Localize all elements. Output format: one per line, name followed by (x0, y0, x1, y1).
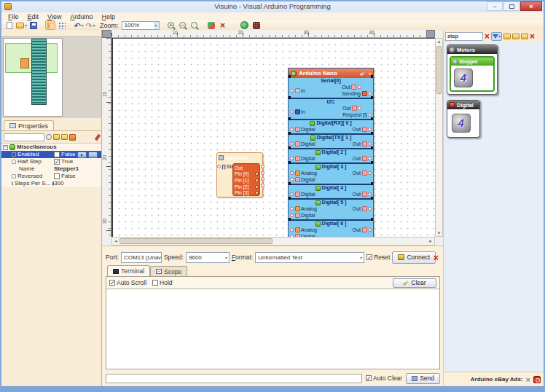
tab-properties[interactable]: Properties (4, 120, 54, 130)
pin-connector-icon[interactable] (290, 178, 294, 181)
tab-terminal[interactable]: Terminal (107, 265, 150, 276)
close-toolbox-icon[interactable]: × (530, 33, 535, 40)
record-icon[interactable] (533, 376, 541, 383)
arduino-component[interactable]: Arduino Nano ▿ Serial[0]InOutSendingI2CI… (288, 68, 374, 237)
arduino-header[interactable]: Arduino Nano ▿ (289, 68, 373, 78)
filter-button[interactable]: ▾ (491, 32, 502, 41)
toolbox-item[interactable]: 4 (449, 111, 478, 136)
pin-connector-icon[interactable] (290, 128, 294, 131)
vscroll-thumb[interactable] (436, 46, 442, 94)
arduino-pin[interactable]: Digital (290, 126, 315, 133)
category-view-icon[interactable] (503, 34, 511, 39)
overview-navigator[interactable] (1, 36, 101, 118)
arduino-pin[interactable]: Sending (342, 90, 372, 97)
pin-icon[interactable] (95, 133, 101, 141)
arduino-pin[interactable]: Out (342, 84, 372, 90)
grid-toggle-button[interactable] (57, 20, 67, 30)
arduino-pin[interactable]: Out (353, 141, 372, 147)
arduino-pin[interactable]: Digital (290, 212, 317, 219)
send-button[interactable]: Send (406, 373, 440, 384)
pin-connector-icon[interactable] (368, 192, 372, 196)
auto-scroll-checkbox[interactable]: ✓Auto Scroll (109, 279, 146, 286)
save-button[interactable] (28, 20, 39, 30)
scissors-icon[interactable]: × (526, 376, 530, 383)
pin-connector-icon[interactable] (290, 89, 294, 93)
arduino-pin[interactable]: Digital (290, 191, 315, 197)
format-select[interactable]: Unformatted Text▾ (255, 252, 364, 263)
toolbox-category-header[interactable]: Digital (447, 101, 479, 109)
property-row-enabled[interactable]: EnabledFalse▾… (1, 151, 101, 158)
checkbox-icon[interactable]: ✓ (54, 159, 60, 165)
pin-connector-icon[interactable] (368, 113, 372, 117)
send-input[interactable] (106, 374, 362, 383)
zoom-select[interactable]: 100%▾ (122, 21, 160, 30)
zoom-reset-button[interactable] (189, 20, 200, 30)
arduino-pin[interactable]: Out (342, 105, 372, 111)
expand-categories-icon[interactable] (512, 34, 519, 39)
hscroll-thumb[interactable] (119, 238, 272, 244)
arduino-pin[interactable]: Analog (290, 227, 317, 233)
pin-connector-icon[interactable] (290, 110, 294, 114)
maximize-button[interactable] (503, 1, 519, 11)
collapse-all-icon[interactable] (61, 134, 68, 140)
arduino-pin[interactable]: Out (353, 155, 372, 162)
connect-button[interactable]: Connect (392, 251, 436, 264)
arduino-pin[interactable]: Out (353, 170, 372, 176)
toolbox-item-stepper[interactable]: Stepper4 (450, 56, 495, 92)
property-ellipsis-button[interactable]: … (88, 152, 98, 158)
checkbox-icon[interactable] (54, 173, 60, 179)
properties-search-input[interactable] (4, 133, 44, 141)
menu-item-view[interactable]: View (44, 13, 65, 20)
stepper-pin-row[interactable]: Pin [2] (235, 184, 259, 190)
expand-all-icon[interactable] (53, 134, 60, 140)
pin-connector-icon[interactable] (290, 207, 294, 211)
property-row-half-step[interactable]: Half Step✓True (1, 158, 101, 165)
categorize-icon[interactable] (69, 134, 76, 141)
pin-connector-icon[interactable] (261, 177, 264, 181)
delete-button[interactable]: × (218, 20, 228, 30)
arduino-pin[interactable]: Analog (290, 205, 317, 212)
tab-scope[interactable]: ~Scope (150, 266, 187, 276)
scroll-left-icon[interactable]: ◄ (114, 239, 118, 243)
arduino-pin[interactable]: In (290, 87, 305, 94)
menu-item-file[interactable]: File (4, 13, 23, 20)
pin-connector-icon[interactable] (261, 171, 264, 175)
auto-clear-checkbox[interactable]: ✓Auto Clear (366, 375, 402, 382)
clear-button[interactable]: Clear (393, 278, 436, 288)
arduino-pin[interactable]: Digital (290, 155, 315, 162)
arduino-pin[interactable]: Out (353, 205, 372, 212)
pin-connector-icon[interactable] (358, 106, 361, 110)
arduino-pin[interactable]: In (290, 109, 305, 115)
pin-connector-icon[interactable] (290, 157, 294, 160)
scroll-down-icon[interactable]: ▼ (436, 231, 442, 235)
snap-toggle-button[interactable] (45, 20, 55, 30)
component-search-input[interactable] (445, 32, 483, 41)
pin-connector-icon[interactable] (368, 207, 372, 211)
pin-connector-icon[interactable] (368, 142, 372, 146)
collapse-box-icon[interactable]: − (3, 145, 8, 150)
pin-connector-icon[interactable] (368, 92, 372, 95)
stepper-pin-row[interactable]: Pin [1] (235, 177, 259, 184)
port-select[interactable]: COM13 (Unav▾ (121, 252, 162, 263)
pin-connector-icon[interactable] (290, 213, 294, 217)
board-button[interactable] (251, 20, 262, 30)
checkbox-icon[interactable] (54, 152, 60, 157)
arduino-pin[interactable]: Analog (290, 170, 317, 176)
pin-connector-icon[interactable] (261, 165, 264, 168)
scroll-up-icon[interactable]: ▲ (436, 39, 442, 44)
stepper-component[interactable]: Stepper1 ∏ Step Out Pin [0]Pin [1]Pin [2… (216, 152, 263, 197)
stepper-pin-row[interactable]: Pin [0] (235, 171, 259, 178)
property-dropdown-button[interactable]: ▾ (77, 152, 87, 158)
web-button[interactable] (240, 20, 250, 30)
zoom-in-button[interactable]: + (166, 20, 176, 30)
stepper-pin-row[interactable]: Pin [3] (235, 189, 259, 196)
pin-connector-icon[interactable] (290, 192, 294, 196)
arduino-pin[interactable]: Out (353, 227, 372, 233)
property-row-steps-per-s-[interactable]: Steps Per S...300 (1, 180, 101, 187)
pin-connector-icon[interactable] (290, 171, 294, 175)
clear-search-icon[interactable]: × (485, 33, 490, 40)
scroll-right-icon[interactable]: ► (428, 239, 433, 243)
pin-connector-icon[interactable] (358, 85, 361, 89)
refresh-button[interactable] (206, 20, 216, 30)
close-button[interactable]: × (520, 1, 542, 11)
